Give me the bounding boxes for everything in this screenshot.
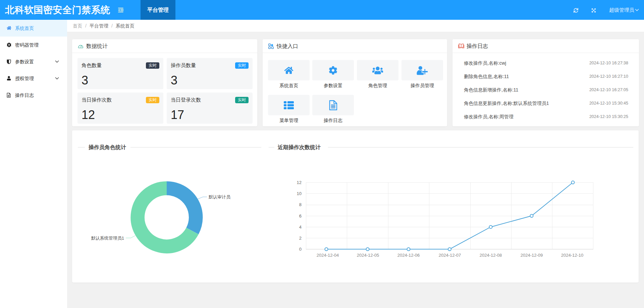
svg-text:2024-12-09: 2024-12-09 [521,253,543,258]
svg-text:2024-12-06: 2024-12-06 [397,253,420,258]
svg-text:0: 0 [299,247,302,252]
svg-text:2024-12-10: 2024-12-10 [561,253,584,258]
svg-text:6: 6 [299,213,302,219]
svg-text:4: 4 [299,225,302,230]
svg-text:2024-12-04: 2024-12-04 [317,253,339,258]
svg-text:8: 8 [299,202,302,207]
svg-text:2024-12-08: 2024-12-08 [480,253,502,258]
svg-text:2: 2 [299,236,302,241]
svg-text:2024-12-07: 2024-12-07 [439,253,461,258]
svg-text:2024-12-05: 2024-12-05 [357,253,379,258]
svg-text:12: 12 [297,180,302,185]
svg-text:10: 10 [297,191,302,196]
